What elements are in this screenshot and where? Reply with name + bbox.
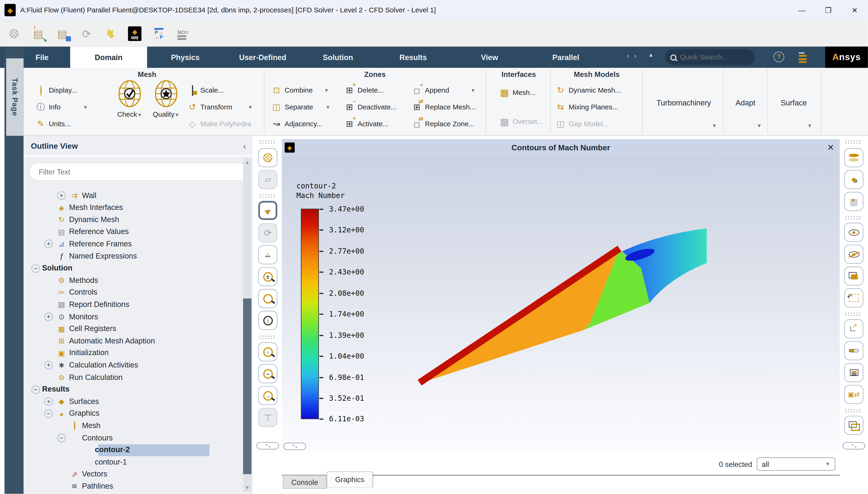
expander-plus-icon[interactable]: +	[57, 191, 66, 200]
expander-plus-icon[interactable]: +	[44, 240, 53, 248]
adapt-dropdown-icon[interactable]: ▼	[757, 123, 761, 129]
tab-scroll-right-icon[interactable]: ›	[634, 52, 637, 59]
workbench-icon[interactable]: ◆WB	[128, 26, 142, 41]
expander-minus-icon[interactable]: −	[57, 434, 66, 442]
turbomachinery-dropdown-icon[interactable]: ▼	[712, 123, 717, 129]
expander-minus-icon[interactable]: −	[44, 410, 53, 418]
filter-box[interactable]	[29, 163, 248, 181]
tab-view[interactable]: View	[452, 46, 527, 68]
tree-item-reference-frames[interactable]: +Reference Frames	[24, 238, 244, 250]
surface-dropdown-icon[interactable]: ▼	[807, 123, 812, 129]
mesh-check-button[interactable]: Check▼	[113, 80, 146, 118]
mesh-overlay-button[interactable]: ▩●	[844, 192, 864, 211]
zoom-in-button[interactable]: →	[258, 386, 278, 405]
viewport-collapse-pill[interactable]: ⌃⌄	[283, 443, 306, 450]
help-icon[interactable]: ?	[774, 52, 784, 62]
tab-solution[interactable]: Solution	[302, 46, 374, 68]
tab-graphics[interactable]: Graphics	[327, 471, 373, 487]
expander-minus-icon[interactable]: −	[31, 385, 40, 394]
tree-item-solution[interactable]: −Solution	[24, 262, 244, 274]
filter-input[interactable]	[39, 167, 230, 176]
group-turbomachinery[interactable]: Turbomachinery	[657, 99, 711, 107]
copy-screenshot-button[interactable]	[844, 267, 864, 286]
mesh-units-button[interactable]: ✎Units...	[36, 117, 71, 131]
tree-item-named-expressions[interactable]: Named Expressions	[24, 250, 244, 262]
annotate-region-button[interactable]	[844, 288, 864, 308]
view-hide-button[interactable]	[844, 245, 864, 264]
index-list-icon[interactable]	[797, 51, 807, 63]
tab-results[interactable]: Results	[374, 46, 452, 68]
zones-activate-button[interactable]: ⊞+Activate...	[345, 117, 389, 131]
toolbar-collapse-pill[interactable]: ⌃⌄	[843, 442, 865, 449]
search-input[interactable]	[680, 53, 743, 61]
mesh-display-button[interactable]: Display...	[36, 84, 77, 97]
tree-item-graphics[interactable]: −Graphics	[24, 408, 244, 420]
expander-minus-icon[interactable]: −	[31, 264, 40, 272]
tree-item-pathlines[interactable]: Pathlines	[24, 480, 244, 493]
minimize-button[interactable]: —	[789, 0, 815, 21]
task-page-tab[interactable]: Task Page	[6, 58, 23, 136]
tree-item-vectors[interactable]: Vectors	[24, 469, 244, 481]
tab-user-defined[interactable]: User-Defined	[223, 46, 302, 68]
probe-info-button[interactable]: i	[258, 311, 278, 330]
zoom-in-out-button[interactable]: ±	[258, 267, 278, 286]
tab-console[interactable]: Console	[283, 475, 326, 489]
tree-item-contour-2[interactable]: contour-2	[24, 444, 244, 456]
tab-scroll-left-icon[interactable]: ‹	[627, 52, 629, 59]
solve-lightning-icon[interactable]: ↯	[103, 26, 118, 41]
tree-item-controls[interactable]: Controls	[24, 287, 244, 299]
mesh-scale-button[interactable]: Scale...	[188, 84, 224, 97]
annotate-pen-button[interactable]	[844, 341, 864, 360]
tree-item-reference-values[interactable]: Reference Values	[24, 226, 244, 238]
zoom-to-box-button[interactable]: ▫	[258, 342, 278, 361]
ribbon-collapse-icon[interactable]: ▲	[648, 52, 653, 58]
compare-results-button[interactable]: ▣⇄	[844, 385, 864, 404]
tree-item-contours[interactable]: −Contours	[24, 432, 244, 444]
zoom-out-button[interactable]: −	[258, 364, 278, 383]
quick-search[interactable]	[665, 49, 755, 65]
copy-window-button[interactable]	[844, 416, 864, 435]
case-data-icon[interactable]: ▤▦	[55, 26, 70, 41]
tree-item-surfaces[interactable]: +Surfaces	[24, 396, 244, 408]
tab-parallel[interactable]: Parallel	[527, 46, 605, 68]
panel-collapse-icon[interactable]: ‹	[243, 141, 246, 150]
magnify-button[interactable]	[258, 289, 278, 308]
zones-append-button[interactable]: □+Append▼	[412, 84, 475, 97]
tree-item-results[interactable]: −Results	[24, 384, 244, 396]
group-adapt[interactable]: Adapt	[736, 99, 755, 107]
select-pointer-button[interactable]: ►	[258, 201, 278, 220]
notes-button[interactable]	[844, 363, 864, 382]
zones-replace-mesh-button[interactable]: ⊞⇄Replace Mesh...	[412, 100, 476, 114]
view-show-button[interactable]	[844, 223, 864, 242]
dynamic-mesh-button[interactable]: ↻Dynamic Mesh...	[556, 84, 621, 97]
zones-delete-button[interactable]: ⊞×Delete...	[345, 84, 384, 97]
tab-physics[interactable]: Physics	[147, 46, 223, 68]
plot-axes-button[interactable]	[844, 319, 864, 339]
graphics-window-header[interactable]: ◆ Contours of Mach Number ✕	[282, 139, 840, 156]
zones-combine-button[interactable]: ⊡Combine▼	[272, 84, 329, 97]
restore-button[interactable]: ❐	[815, 0, 842, 21]
scrollbar-thumb[interactable]	[243, 299, 251, 474]
tree-item-contour-1[interactable]: contour-1	[24, 456, 244, 469]
graphics-viewport[interactable]: contour-2 Mach Number 3.47e+00 3.12e+00 …	[282, 156, 840, 453]
toolbar-collapse-pill[interactable]: ⌃⌄	[257, 442, 279, 449]
close-button[interactable]: ✕	[842, 0, 868, 21]
tree-item-monitors[interactable]: +Monitors	[24, 311, 244, 323]
journal-icon[interactable]: MO=	[176, 26, 190, 41]
tree-item-dynamic-mesh[interactable]: Dynamic Mesh	[24, 214, 244, 226]
group-surface[interactable]: Surface	[781, 99, 807, 107]
tree-item-report-definitions[interactable]: Report Definitions	[24, 299, 244, 311]
tab-domain[interactable]: Domain	[70, 46, 147, 68]
parameters-icon[interactable]: P→←P	[152, 26, 166, 41]
expander-plus-icon[interactable]: +	[44, 312, 53, 321]
tree-item-particle-tracks[interactable]: Particle Tracks	[24, 493, 244, 494]
tree-item-wall[interactable]: +Wall	[24, 190, 244, 202]
scroll-up-icon[interactable]: ▲	[243, 158, 251, 166]
tree-item-mesh-interfaces[interactable]: Mesh Interfaces	[24, 202, 244, 214]
mixing-planes-button[interactable]: ⇆Mixing Planes...	[556, 100, 618, 114]
tree-item-run-calculation[interactable]: Run Calculation	[24, 372, 244, 384]
import-case-icon[interactable]: ▤↓↘	[31, 26, 45, 41]
mesh-info-button[interactable]: ⓘInfo▼	[36, 100, 88, 114]
interfaces-mesh-button[interactable]: ▦Mesh...	[499, 86, 536, 99]
symmetry-planes-button[interactable]	[844, 148, 864, 167]
